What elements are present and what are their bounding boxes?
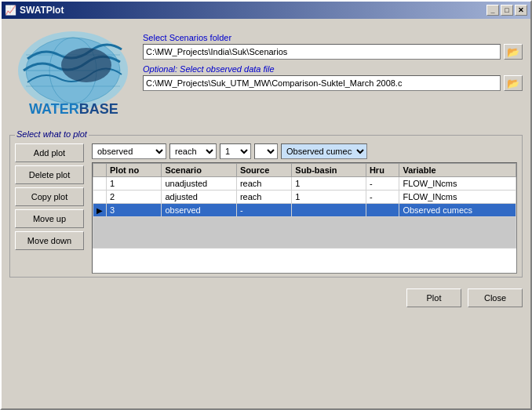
col-source: Source <box>236 164 291 177</box>
maximize-button[interactable]: □ <box>501 5 513 16</box>
window-title: SWATPlot <box>20 5 64 16</box>
waterbase-logo: WATERBASE <box>12 27 133 125</box>
plot-no-2: 2 <box>107 190 162 204</box>
source-dropdown[interactable]: reach subbasin hru <box>169 143 217 159</box>
plot-table: Plot no Scenario Source Sub-basin Hru Va… <box>93 163 516 249</box>
scenarios-input[interactable] <box>143 44 501 60</box>
left-buttons-area: Add plot Delete plot Copy plot Move up M… <box>15 143 86 274</box>
move-up-button[interactable]: Move up <box>15 209 84 228</box>
select-what-content: Add plot Delete plot Copy plot Move up M… <box>15 137 517 274</box>
type-dropdown[interactable]: observed simulated <box>92 143 166 159</box>
row-arrow-1 <box>93 177 107 190</box>
table-wrapper[interactable]: Plot no Scenario Source Sub-basin Hru Va… <box>93 163 516 273</box>
observed-browse-button[interactable]: 📂 <box>504 75 523 91</box>
observed-label: Optional: Select observed data file <box>143 64 523 74</box>
table-row[interactable]: 1 unadjusted reach 1 - FLOW_INcms <box>93 177 516 190</box>
num2-dropdown[interactable] <box>254 143 278 159</box>
scenarios-group: Select Scenarios folder 📂 <box>143 33 523 60</box>
folder-icon-2: 📂 <box>507 78 519 89</box>
variable-dropdown[interactable]: Observed cumecs FLOW_INcms <box>281 143 367 159</box>
table-row-empty <box>93 217 516 249</box>
subbasin-2: 1 <box>292 190 366 204</box>
right-section: Select Scenarios folder 📂 Optional: Sele… <box>143 25 523 127</box>
plot-table-container: Plot no Scenario Source Sub-basin Hru Va… <box>92 162 517 274</box>
variable-3: Observed cumecs <box>399 204 516 217</box>
plot-no-1: 1 <box>107 177 162 190</box>
logo-area: WATERBASE <box>9 25 135 127</box>
subbasin-1: 1 <box>292 177 366 190</box>
move-down-button[interactable]: Move down <box>15 231 84 250</box>
minimize-button[interactable]: _ <box>486 5 499 16</box>
title-controls: _ □ ✕ <box>486 5 527 16</box>
scenarios-browse-button[interactable]: 📂 <box>504 44 523 60</box>
scenario-1: unadjusted <box>162 177 237 190</box>
scenarios-row: 📂 <box>143 44 523 60</box>
source-1: reach <box>236 177 291 190</box>
delete-plot-button[interactable]: Delete plot <box>15 165 84 184</box>
row-arrow-2 <box>93 190 107 204</box>
main-window: 📈 SWATPlot _ □ ✕ <box>0 0 532 410</box>
right-area: observed simulated reach subbasin hru 1 … <box>92 143 517 274</box>
close-button[interactable]: Close <box>468 288 523 307</box>
copy-plot-button[interactable]: Copy plot <box>15 187 84 206</box>
col-plot-no: Plot no <box>107 164 162 177</box>
close-window-button[interactable]: ✕ <box>515 5 527 16</box>
col-hru: Hru <box>366 164 399 177</box>
variable-2: FLOW_INcms <box>399 190 516 204</box>
hru-2: - <box>366 190 399 204</box>
dropdowns-row: observed simulated reach subbasin hru 1 … <box>92 143 517 159</box>
observed-input[interactable] <box>143 75 501 91</box>
plot-button[interactable]: Plot <box>406 288 461 307</box>
observed-group: Optional: Select observed data file 📂 <box>143 64 523 91</box>
col-variable: Variable <box>399 164 516 177</box>
svg-point-7 <box>61 48 111 82</box>
num1-dropdown[interactable]: 1 2 3 <box>220 143 251 159</box>
col-scenario: Scenario <box>162 164 237 177</box>
top-section: WATERBASE Select Scenarios folder 📂 <box>9 25 523 127</box>
folder-icon: 📂 <box>507 46 519 58</box>
table-header: Plot no Scenario Source Sub-basin Hru Va… <box>93 164 516 177</box>
hru-3 <box>366 204 399 217</box>
title-bar: 📈 SWATPlot _ □ ✕ <box>2 2 530 19</box>
table-row[interactable]: 2 adjusted reach 1 - FLOW_INcms <box>93 190 516 204</box>
svg-text:WATERBASE: WATERBASE <box>29 101 118 117</box>
col-arrow <box>93 164 107 177</box>
table-body: 1 unadjusted reach 1 - FLOW_INcms <box>93 177 516 249</box>
window-title-icon: 📈 <box>5 5 16 16</box>
hru-1: - <box>366 177 399 190</box>
variable-1: FLOW_INcms <box>399 177 516 190</box>
col-subbasin: Sub-basin <box>292 164 366 177</box>
source-3: - <box>236 204 291 217</box>
scenarios-label: Select Scenarios folder <box>143 33 523 42</box>
row-arrow-3: ▶ <box>93 204 107 217</box>
select-what-legend: Select what to plot <box>15 129 89 139</box>
table-row[interactable]: ▶ 3 observed - Observed cumecs <box>93 204 516 217</box>
subbasin-3 <box>292 204 366 217</box>
add-plot-button[interactable]: Add plot <box>15 143 84 162</box>
plot-no-3: 3 <box>107 204 162 217</box>
scenario-3: observed <box>162 204 237 217</box>
bottom-buttons: Plot Close <box>2 284 530 314</box>
select-what-section: Select what to plot Add plot Delete plot… <box>9 135 523 278</box>
source-2: reach <box>236 190 291 204</box>
observed-row: 📂 <box>143 75 523 91</box>
scenario-2: adjusted <box>162 190 237 204</box>
content-area: WATERBASE Select Scenarios folder 📂 <box>2 19 530 284</box>
